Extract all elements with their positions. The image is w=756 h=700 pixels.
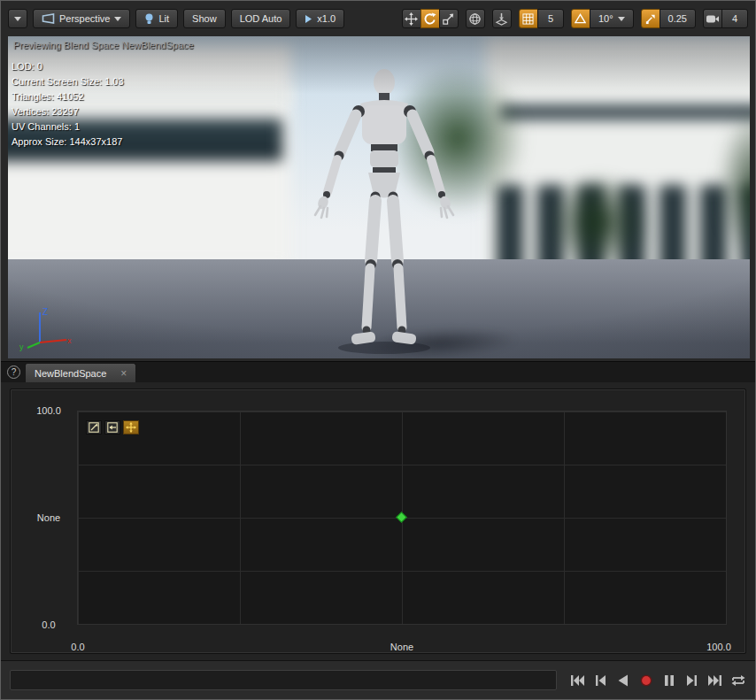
play-icon [305, 14, 312, 24]
grid-tool-back-button[interactable] [104, 420, 120, 435]
tab-close-icon[interactable]: × [120, 368, 127, 379]
rotation-snap-icon [575, 13, 586, 24]
scale-snap-toggle[interactable] [641, 9, 660, 28]
step-backward-icon [592, 673, 608, 688]
grid-snap-value: 5 [548, 13, 553, 24]
rotation-snap-toggle[interactable] [571, 9, 590, 28]
viewport-toolbar-right: 5 10° [395, 9, 748, 28]
grid-tool-move-sample-button[interactable] [123, 420, 139, 435]
scale-snap-value-button[interactable]: 0.25 [660, 9, 696, 28]
step-forward-button[interactable] [683, 669, 701, 692]
stat-screen-size: Current Screen Size: 1.03 [12, 74, 124, 89]
grid-tool-fit-button[interactable] [86, 420, 102, 435]
x-axis-max-label: 100.0 [699, 642, 738, 652]
tab-newblendspace[interactable]: NewBlendSpace × [25, 363, 136, 383]
surface-snap-button[interactable] [492, 9, 512, 28]
tab-label: NewBlendSpace [35, 368, 106, 379]
stat-approx-size: Approx Size: 144x37x187 [12, 135, 124, 150]
timeline-scrubber[interactable] [10, 670, 557, 690]
x-axis-min-label: 0.0 [58, 642, 97, 652]
help-label: ? [12, 367, 17, 377]
camera-speed-value: 4 [732, 13, 737, 24]
y-axis-name-label: None [28, 512, 69, 523]
lit-mode-button[interactable]: Lit [135, 9, 178, 28]
speed-label: x1.0 [317, 13, 336, 24]
perspective-button[interactable]: Perspective [33, 9, 130, 28]
perspective-icon [42, 13, 55, 24]
viewport-stats: LOD: 0 Current Screen Size: 1.03 Triangl… [12, 59, 124, 150]
camera-speed-value-button[interactable]: 4 [721, 9, 748, 28]
preview-mannequin [300, 65, 468, 357]
lit-label: Lit [158, 13, 169, 24]
blend-sample-point[interactable] [396, 512, 407, 523]
x-axis-name-label: None [382, 642, 421, 652]
blendspace-editor-window: Perspective Lit Show LOD Auto x1.0 [0, 0, 756, 700]
playback-controls [567, 668, 747, 693]
skip-to-end-button[interactable] [706, 669, 724, 692]
lod-auto-button[interactable]: LOD Auto [231, 9, 291, 28]
pause-icon [661, 673, 677, 688]
world-coordinate-button[interactable] [466, 9, 485, 28]
skip-to-front-icon [569, 673, 585, 688]
viewport-options-button[interactable] [8, 9, 27, 28]
blendspace-panel: 100.0 None 0.0 [1, 382, 755, 660]
left-arrow-icon [107, 422, 118, 433]
step-backward-button[interactable] [590, 669, 609, 692]
rotate-mode-button[interactable] [420, 9, 440, 28]
lightbulb-icon [144, 13, 154, 25]
axis-z-label: Z [42, 307, 48, 317]
axis-y-label: y [19, 342, 24, 351]
cross-arrows-icon [126, 422, 136, 433]
record-icon [638, 673, 654, 688]
translate-arrows-icon [405, 12, 418, 26]
axis-gizmo: Z x y [17, 302, 75, 353]
rotation-snap-value: 10° [598, 13, 613, 24]
surface-snap-icon [495, 12, 508, 26]
chevron-down-icon [14, 17, 21, 21]
scale-mode-button[interactable] [439, 9, 459, 28]
preview-viewport[interactable]: Previewing Blend Space NewBlendSpace LOD… [8, 36, 750, 358]
play-reverse-button[interactable] [613, 669, 632, 692]
axis-x-label: x [67, 336, 72, 345]
stat-vertices: Vertices: 23297 [12, 104, 124, 119]
grid-snap-toggle[interactable] [519, 9, 538, 28]
record-button[interactable] [636, 669, 655, 692]
rotate-icon [423, 12, 436, 26]
chevron-down-icon [114, 17, 121, 21]
document-tab-strip: ? NewBlendSpace × [1, 361, 755, 382]
y-axis-min-label: 0.0 [28, 619, 69, 630]
blendspace-grid[interactable] [77, 411, 727, 625]
skip-to-front-button[interactable] [567, 669, 586, 692]
stat-lod: LOD: 0 [12, 59, 124, 74]
scale-snap-value: 0.25 [668, 13, 687, 24]
play-reverse-icon [615, 673, 631, 688]
stat-uv-channels: UV Channels: 1 [12, 119, 124, 135]
step-forward-icon [684, 673, 700, 688]
translate-mode-button[interactable] [402, 9, 421, 28]
show-label: Show [192, 13, 217, 24]
blendspace-inner: 100.0 None 0.0 [10, 388, 746, 654]
perspective-label: Perspective [59, 13, 110, 24]
pause-button[interactable] [660, 669, 678, 692]
scale-icon [442, 12, 455, 26]
scale-snap-icon [644, 13, 656, 25]
loop-button[interactable] [729, 669, 747, 692]
playback-transport-bar [1, 660, 755, 700]
show-button[interactable]: Show [183, 9, 226, 28]
skip-to-end-icon [707, 673, 723, 688]
chevron-down-icon [618, 17, 625, 21]
camera-speed-button[interactable] [703, 9, 722, 28]
grid-toolbar [86, 420, 139, 435]
playback-speed-button[interactable]: x1.0 [296, 9, 344, 28]
grid-snap-value-button[interactable]: 5 [537, 9, 564, 28]
rotation-snap-value-button[interactable]: 10° [590, 9, 634, 28]
viewport-toolbar: Perspective Lit Show LOD Auto x1.0 [8, 7, 748, 30]
globe-icon [468, 12, 482, 26]
lod-label: LOD Auto [240, 13, 282, 24]
help-button[interactable]: ? [7, 365, 20, 379]
previewing-text: Previewing Blend Space NewBlendSpace [13, 40, 194, 50]
stat-triangles: Triangles: 41052 [12, 89, 124, 104]
diagonal-arrow-icon [89, 422, 99, 433]
y-axis-max-label: 100.0 [28, 405, 69, 416]
grid-snap-icon [522, 13, 534, 25]
